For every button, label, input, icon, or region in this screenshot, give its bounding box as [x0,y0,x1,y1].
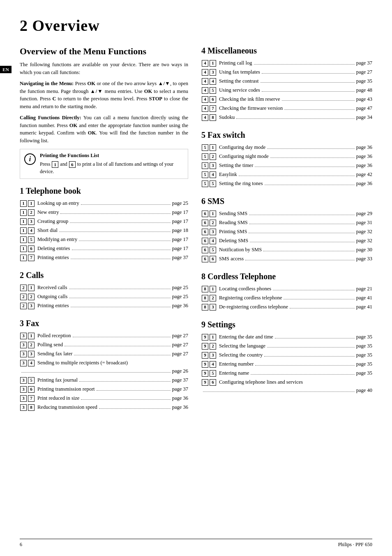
list-item: 52Configuring night modepage 36 [201,152,372,160]
key-badge: 3 [28,218,35,225]
key-badge: 5 [202,144,208,151]
label-text: Reducing transmission speed [37,403,97,411]
page-ref: page 25 [172,292,188,301]
key-badge: 1 [210,144,216,151]
page-ref: page 25 [172,199,188,207]
section-2-entries: 21Received callspage 2522Outgoing callsp… [20,283,188,310]
list-item: 66SMS accesspage 33 [201,255,372,263]
key-badge: 2 [210,153,216,160]
left-column: Overview of the Menu Functions The follo… [20,46,188,412]
list-item: 32Polling sendpage 27 [20,341,188,349]
page: EN 2 Overview Overview of the Menu Funct… [0,0,392,556]
section-sms: 6 SMS 61Sending SMSpage 2962Reading SMSp… [201,197,372,263]
label-text: Configuring night mode [219,152,269,160]
page-ref: page 35 [356,333,372,341]
list-item: 91Entering the date and timepage 35 [201,333,372,341]
page-ref: page 35 [356,77,372,85]
key-badge: 6 [202,247,208,253]
key-badge: 6 [202,229,208,235]
key-badge: 4 [210,78,216,85]
list-item: 82Registering cordless telephonepage 41 [201,294,372,302]
key-badge: 2 [28,209,35,216]
list-item: 63Printing SMSpage 32 [201,227,372,236]
page-ref: page 37 [172,253,188,262]
entry-label: Printing call logpage 37 [219,59,372,67]
key-badge: 3 [20,404,27,411]
section-8-entries: 81Locating cordless phonespage 2182Regis… [201,285,372,311]
entry-label: Sending to multiple recipients (= broadc… [37,359,128,367]
list-item: 93Selecting the countrypage 35 [201,351,372,359]
section-fax: 3 Fax 31Polled receptionpage 2732Polling… [20,319,188,411]
entry-label: Selecting the countrypage 35 [219,351,372,359]
list-item: 22Outgoing callspage 25 [20,292,188,301]
page-ref: page 17 [172,235,188,243]
key-badge: 1 [20,236,27,243]
label-text: Selecting the country [219,351,263,359]
key-badge: 9 [202,343,208,350]
list-item: 47Checking the firmware versionpage 47 [201,104,372,112]
page-ref: page 27 [172,341,188,349]
label-text: Easylink [219,170,237,178]
page-ref: page 34 [356,113,372,121]
section-telephone-book: 1 Telephone book 11Looking up an entrypa… [20,186,188,262]
label-text: Entering number [219,360,254,368]
page-ref: page 33 [356,255,372,263]
info-icon: i [24,153,36,165]
section-heading-6: 6 SMS [201,197,372,206]
key-badge: 6 [210,379,216,386]
section-settings: 9 Settings 91Entering the date and timep… [201,320,372,394]
label-text: De-registering cordless telephone [219,303,288,311]
key-badge: 1 [210,286,216,292]
list-item: 17Printing entriespage 37 [20,253,188,262]
entry-label: Using service codespage 48 [219,86,372,94]
chapter-title: 2 Overview [20,16,372,35]
key-badge: 6 [202,238,208,244]
page-ref: page 41 [356,294,372,302]
page-ref: page 42 [356,170,372,178]
list-item: 37Print reduced in sizepage 36 [20,394,188,402]
key-badge: 1 [28,333,35,339]
key-badge: 9 [202,370,208,377]
list-item: 36Printing transmission reportpage 37 [20,385,188,393]
key-badge: 8 [202,286,208,292]
entry-label: New entrypage 17 [37,208,188,216]
key-badge: 4 [210,238,216,244]
entry-label: Received callspage 25 [37,283,188,292]
key-badge: 6 [202,211,208,217]
list-item: 43Using fax templatespage 27 [201,68,372,76]
page-ref: page 35 [356,342,372,350]
list-item: 31Polled receptionpage 27 [20,331,188,340]
page-ref: page 31 [356,218,372,227]
key-badge: 9 [202,334,208,341]
key-badge: 3 [20,377,27,384]
list-item: 35Printing fax journalpage 37 [20,376,188,384]
key-badge: 3 [20,360,27,366]
list-item: 92Selecting the languagepage 35 [201,342,372,350]
entry-label: Deleting entriespage 17 [37,244,188,253]
key-badge: 7 [210,105,216,112]
en-label: EN [0,66,12,73]
key-badge: 5 [28,236,35,243]
key-badge: 3 [210,69,216,76]
key-badge: 4 [202,87,208,94]
page-ref: page 25 [172,283,188,292]
entry-label: Configuring telephone lines and services [219,378,303,386]
list-item: 48Sudokupage 34 [201,113,372,121]
label-text: Printing entries [37,253,69,262]
page-ref: page 36 [356,143,372,151]
label-text: Selecting the language [219,342,265,350]
right-column: 4 Miscellaneous 41Printing call logpage … [201,46,372,412]
label-text: Received calls [37,283,67,292]
entry-label: Sending fax laterpage 27 [37,350,188,358]
label-text: Creating group [37,217,68,225]
section-9-entries: 91Entering the date and timepage 3592Sel… [201,333,372,394]
list-item: 33Sending fax laterpage 27 [20,350,188,358]
section-4-entries: 41Printing call logpage 3743Using fax te… [201,59,372,121]
page-ref: page 27 [172,350,188,358]
footer-brand: Philips · PPF 650 [338,542,372,548]
label-text: Deleting entries [37,244,70,253]
label-text: Entering name [219,369,249,377]
section-misc: 4 Miscellaneous 41Printing call logpage … [201,46,372,121]
key-badge: 3 [20,333,27,339]
label-text: Polled reception [37,331,71,340]
